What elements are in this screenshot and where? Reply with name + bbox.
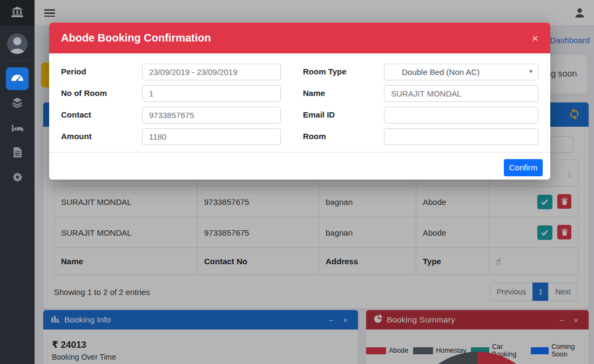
no-of-room-input[interactable] xyxy=(142,85,281,102)
sidebar-item-settings[interactable] xyxy=(6,167,29,189)
amount-label: Amount xyxy=(61,128,142,145)
chevron-down-icon: ▾ xyxy=(529,67,532,75)
avatar-head xyxy=(14,37,22,45)
sidebar-divider xyxy=(5,60,29,61)
user-avatar[interactable] xyxy=(7,33,28,54)
room-type-select[interactable]: Double Bed (Non AC) ▾ xyxy=(384,64,538,80)
sidebar xyxy=(0,0,35,364)
period-input[interactable] xyxy=(142,64,281,80)
sidebar-item-rooms[interactable] xyxy=(6,117,29,140)
invoice-icon xyxy=(14,147,22,160)
abode-booking-confirmation-modal: Abode Booking Confirmation × Period Room… xyxy=(49,23,550,180)
room-type-value: Double Bed (Non AC) xyxy=(402,67,480,77)
amount-input[interactable] xyxy=(142,128,281,145)
period-label: Period xyxy=(61,64,142,80)
name-label: Name xyxy=(303,85,384,102)
layers-icon xyxy=(12,98,23,110)
room-input[interactable] xyxy=(384,128,538,145)
app-logo[interactable] xyxy=(0,0,35,26)
email-id-input[interactable] xyxy=(384,107,538,123)
sidebar-item-layers[interactable] xyxy=(6,92,29,115)
bank-icon xyxy=(11,6,24,19)
room-type-label: Room Type xyxy=(303,64,384,80)
sidebar-item-invoices[interactable] xyxy=(6,142,29,164)
name-input[interactable] xyxy=(384,85,538,102)
sidebar-item-dashboard[interactable] xyxy=(6,67,29,90)
email-id-label: Email ID xyxy=(303,107,384,123)
no-of-room-label: No of Room xyxy=(61,85,142,102)
gears-icon xyxy=(12,171,23,185)
confirm-button[interactable]: Confirm xyxy=(504,159,543,176)
contact-input[interactable] xyxy=(142,107,281,123)
modal-title: Abode Booking Confirmation xyxy=(61,32,211,44)
avatar-body xyxy=(10,49,25,54)
bed-icon xyxy=(12,123,23,134)
contact-label: Contact xyxy=(61,107,142,123)
speedometer-icon xyxy=(11,74,23,84)
modal-close-icon[interactable]: × xyxy=(532,32,538,44)
room-label: Room xyxy=(303,128,384,145)
